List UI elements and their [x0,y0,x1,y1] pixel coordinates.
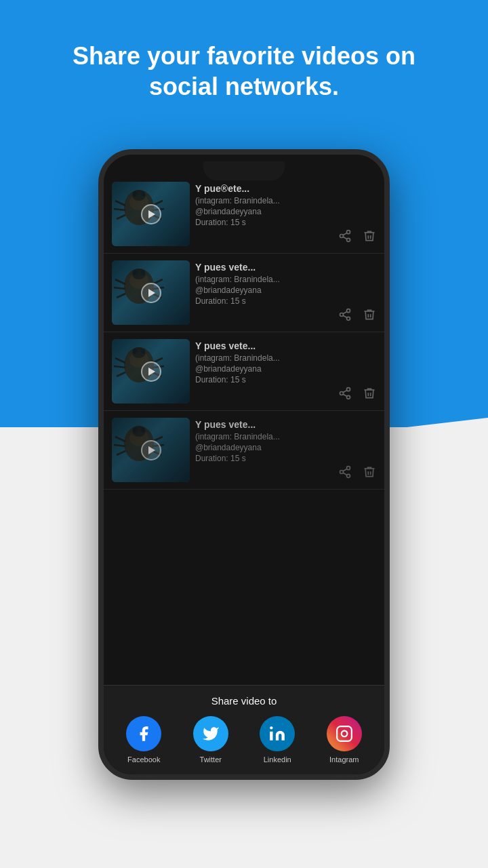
svg-point-65 [270,726,272,729]
svg-point-26 [141,270,145,275]
svg-point-29 [347,317,350,320]
svg-point-58 [141,427,145,433]
headline-line2: social networks. [149,73,339,100]
share-icon[interactable] [338,229,352,246]
svg-line-30 [343,315,347,317]
phone-frame: Y pue®ete... (intagram: Branindela... @b… [98,149,390,780]
video-description: (intagram: Branindela... [195,353,371,363]
video-thumbnail[interactable] [112,418,190,482]
svg-line-3 [115,201,125,205]
video-item[interactable]: Y pues vete... (intagram: Branindela... … [104,411,384,490]
video-duration: Duration: 15 s [195,296,371,306]
video-title: Y pue®ete... [195,183,371,194]
delete-icon[interactable] [363,387,376,403]
video-info: Y pues vete... (intagram: Branindela... … [190,339,376,386]
svg-point-42 [141,349,145,354]
svg-rect-64 [270,732,272,741]
video-duration: Duration: 15 s [195,454,371,463]
video-actions [338,465,376,482]
instagram-icon[interactable] [327,716,362,751]
video-thumbnail[interactable] [112,260,190,325]
play-button[interactable] [141,283,161,303]
svg-point-10 [141,191,145,197]
video-info: Y pues vete... (intagram: Branindela... … [190,260,376,307]
share-icon[interactable] [338,308,352,325]
social-item-facebook[interactable]: Facebook [126,716,161,764]
play-button[interactable] [141,361,161,382]
facebook-label: Facebook [127,755,160,764]
twitter-icon[interactable] [193,716,228,751]
svg-line-52 [114,445,125,446]
svg-line-20 [114,288,125,289]
svg-point-43 [347,388,350,391]
video-duration: Duration: 15 s [195,218,371,227]
video-item[interactable]: Y pue®ete... (intagram: Branindela... @b… [104,175,384,254]
video-item[interactable]: Y pues vete... (intagram: Branindela... … [104,332,384,411]
video-thumbnail[interactable] [112,182,190,246]
svg-line-31 [343,311,347,313]
svg-rect-66 [337,726,352,741]
social-item-twitter[interactable]: Twitter [193,716,228,764]
svg-point-57 [133,427,137,433]
video-actions [338,308,376,325]
svg-line-19 [115,279,125,284]
svg-line-51 [115,437,125,441]
instagram-label: Intagram [329,755,359,764]
svg-point-12 [340,235,344,238]
video-info: Y pue®ete... (intagram: Branindela... @b… [190,182,376,229]
delete-icon[interactable] [363,229,376,246]
facebook-icon[interactable] [126,716,161,751]
social-sharing-row: Facebook Twitter [104,716,384,769]
svg-line-53 [117,451,125,455]
video-author: @briandadeyyana [195,364,371,374]
share-icon[interactable] [338,465,352,482]
delete-icon[interactable] [363,308,376,325]
svg-line-5 [117,215,125,219]
video-info: Y pues vete... (intagram: Branindela... … [190,418,376,465]
play-button[interactable] [141,440,161,460]
video-description: (intagram: Branindela... [195,432,371,441]
video-description: (intagram: Branindela... [195,275,371,284]
svg-line-63 [343,469,347,471]
linkedin-icon[interactable] [260,716,295,751]
video-item[interactable]: Y pues vete... (intagram: Branindela... … [104,254,384,332]
headline: Share your favorite videos on social net… [0,41,488,102]
video-thumbnail[interactable] [112,339,190,403]
share-icon[interactable] [338,387,352,403]
delete-icon[interactable] [363,465,376,482]
svg-point-9 [133,191,137,197]
svg-point-27 [347,309,350,313]
video-author: @briandadeyyana [195,285,371,295]
twitter-label: Twitter [200,755,222,764]
share-panel: Share video to Facebook [104,685,384,774]
svg-point-25 [133,270,137,275]
headline-line1: Share your favorite videos on [73,42,415,70]
social-item-linkedin[interactable]: Linkedin [260,716,295,764]
video-author: @briandadeyyana [195,207,371,216]
video-author: @briandadeyyana [195,443,371,452]
svg-line-47 [343,390,347,392]
phone-mockup: Y pue®ete... (intagram: Branindela... @b… [98,149,390,780]
play-button[interactable] [141,204,161,224]
svg-point-28 [340,313,344,317]
svg-line-21 [117,294,125,298]
video-title: Y pues vete... [195,262,371,273]
social-item-instagram[interactable]: Intagram [327,716,362,764]
svg-point-44 [340,392,344,395]
video-actions [338,229,376,246]
svg-line-14 [343,237,347,239]
video-actions [338,387,376,403]
svg-point-45 [347,395,350,399]
svg-line-46 [343,394,347,396]
phone-notch [203,161,285,180]
video-list: Y pue®ete... (intagram: Branindela... @b… [104,155,384,685]
linkedin-label: Linkedin [264,755,291,764]
phone-screen: Y pue®ete... (intagram: Branindela... @b… [104,155,384,774]
video-duration: Duration: 15 s [195,375,371,384]
svg-line-15 [343,233,347,235]
svg-line-36 [114,366,125,368]
svg-line-62 [343,473,347,475]
video-title: Y pues vete... [195,340,371,351]
svg-line-35 [115,358,125,363]
svg-line-37 [117,372,125,376]
